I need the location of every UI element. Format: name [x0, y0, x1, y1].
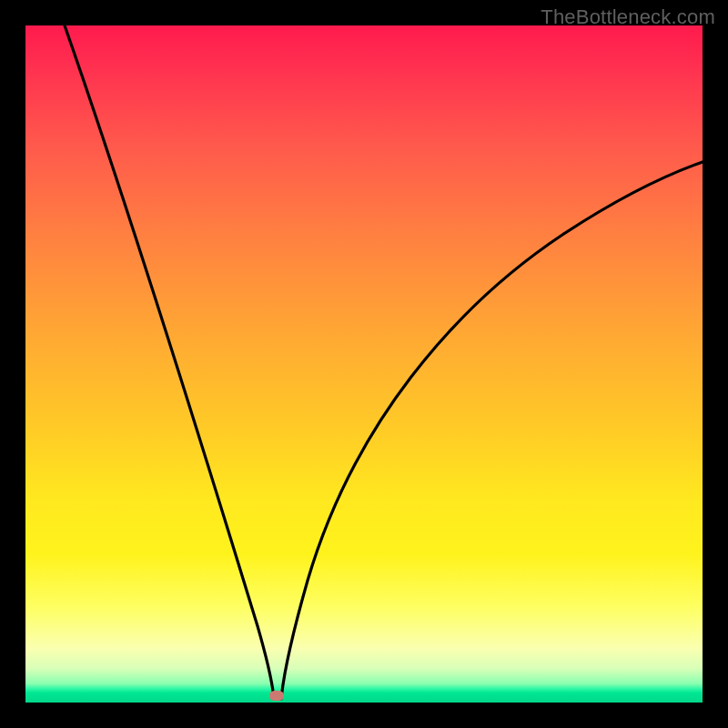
minimum-marker: [269, 691, 284, 701]
chart-plot-area: [25, 25, 703, 703]
watermark-text: TheBottleneck.com: [541, 5, 715, 29]
bottleneck-curve: [25, 25, 703, 703]
curve-path: [65, 25, 703, 699]
